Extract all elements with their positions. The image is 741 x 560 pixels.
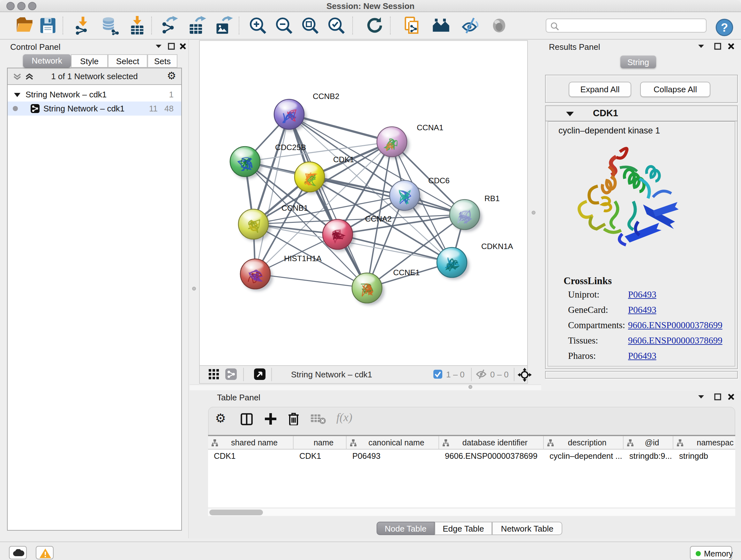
export-table-icon[interactable] (188, 16, 207, 35)
warning-button[interactable] (36, 546, 54, 559)
help-icon[interactable]: ? (715, 18, 734, 37)
cell: stringdb:9... (623, 449, 673, 462)
network-home-icon[interactable] (431, 16, 451, 35)
hide-selected-icon[interactable] (460, 16, 479, 35)
column-header-namespac[interactable]: namespac (673, 436, 735, 449)
cloud-icon (13, 549, 24, 557)
crosslink-value-link[interactable]: P06493 (628, 289, 657, 300)
tab-node-table[interactable]: Node Table (377, 522, 434, 535)
column-header-name[interactable]: name (293, 436, 347, 449)
export-network-icon[interactable] (160, 16, 179, 35)
import-table-icon[interactable] (128, 16, 147, 35)
cell: CDK1 (293, 449, 347, 462)
column-label: database identifier (439, 438, 543, 447)
results-panel-float-icon[interactable] (714, 43, 721, 50)
zoom-fit-icon[interactable] (300, 16, 320, 35)
table-delete-icon[interactable] (288, 412, 299, 425)
table-scrollbar-thumb[interactable] (209, 509, 263, 515)
show-all-icon[interactable] (489, 16, 509, 35)
open-session-icon[interactable] (15, 16, 34, 35)
crosslink-value-link[interactable]: P06493 (628, 305, 657, 315)
table-function-icon[interactable]: f(x) (336, 411, 352, 424)
tree-expander-icon[interactable] (14, 92, 20, 98)
cell: P06493 (347, 449, 439, 462)
node-CDK1[interactable] (294, 162, 327, 194)
tab-network[interactable]: Network (23, 54, 71, 68)
column-header-description[interactable]: description (544, 436, 623, 449)
export-image-icon[interactable] (214, 16, 233, 35)
node-HIST1H1A[interactable] (240, 259, 273, 291)
results-tab-string[interactable]: String (620, 56, 656, 68)
network-view-toolbar: String Network – cdk1 1 – 0 0 – 0 (199, 366, 528, 384)
protein-collapse-icon[interactable] (566, 111, 574, 117)
network-view-icon[interactable] (225, 368, 237, 380)
control-panel-menu-icon[interactable] (155, 43, 162, 49)
tab-edge-table[interactable]: Edge Table (434, 522, 492, 535)
table-panel-menu-icon[interactable] (697, 393, 704, 400)
cloud-button[interactable] (9, 546, 27, 559)
zoom-selected-icon[interactable] (327, 16, 346, 35)
table-gear-icon[interactable]: ⚙ (215, 411, 226, 425)
zoom-out-icon[interactable] (274, 16, 293, 35)
column-header-shared-name[interactable]: shared name (208, 436, 293, 449)
selected-checkbox-icon[interactable] (433, 370, 442, 379)
edge-CCNB2-HIST1H1A[interactable] (255, 114, 289, 274)
search-input[interactable] (562, 20, 702, 31)
crosslink-value-link[interactable]: P06493 (628, 351, 657, 361)
memory-button[interactable]: Memory (690, 546, 732, 560)
node-CDC6[interactable] (390, 180, 422, 212)
node-CCNB2[interactable] (274, 99, 307, 132)
protein-result-header[interactable]: CDK1 (546, 106, 737, 121)
table-delete-column-icon[interactable] (311, 414, 326, 425)
results-buttons-box: Expand All Collapse All (545, 75, 738, 103)
tab-network-table[interactable]: Network Table (492, 522, 562, 535)
copy-style-icon[interactable] (403, 16, 422, 35)
node-CDKN1A[interactable] (437, 247, 469, 280)
table-panel-float-icon[interactable] (714, 393, 721, 400)
column-header-@id[interactable]: @id (623, 436, 673, 449)
tab-style[interactable]: Style (71, 54, 108, 68)
expand-all-button[interactable]: Expand All (569, 82, 631, 97)
detach-view-icon[interactable] (254, 368, 266, 380)
save-session-icon[interactable] (38, 16, 57, 35)
column-label: description (544, 438, 623, 447)
node-CDC25B[interactable] (230, 146, 263, 179)
protein-result-content: cyclin–dependent kinase 1 (548, 121, 735, 367)
crosslink-value-link[interactable]: 9606.ENSP00000378699 (628, 335, 723, 346)
node-label-CDKN1A: CDKN1A (481, 242, 513, 251)
node-CCNA1[interactable] (377, 127, 409, 159)
table-horizontal-scrollbar[interactable] (208, 508, 735, 516)
search-box[interactable] (546, 18, 706, 33)
results-panel-close-icon[interactable] (728, 43, 735, 50)
network-canvas[interactable]: CCNB2CCNA1CDC25BCDK1CDC6RB1CCNB1CCNA2CDK… (199, 40, 528, 366)
collapse-all-button[interactable]: Collapse All (640, 82, 711, 97)
horizontal-splitter-handle[interactable] (468, 385, 472, 389)
table-add-icon[interactable] (264, 413, 277, 425)
node-RB1[interactable] (450, 199, 482, 232)
crosslink-value-link[interactable]: 9606.ENSP00000378699 (628, 320, 723, 330)
column-header-database-identifier[interactable]: database identifier (439, 436, 544, 449)
left-splitter-handle[interactable] (192, 287, 196, 291)
node-table: shared namenamecanonical namedatabase id… (208, 435, 735, 516)
cell: 9606.ENSP00000378699 (439, 449, 544, 462)
network-selection-bar: 1 of 1 Network selected ⚙ (8, 68, 181, 85)
network-options-gear-icon[interactable]: ⚙ (167, 70, 176, 82)
import-network-icon[interactable] (73, 16, 92, 35)
results-panel-title: Results Panel (549, 42, 600, 52)
table-columns-icon[interactable] (241, 413, 253, 425)
column-header-canonical-name[interactable]: canonical name (347, 436, 439, 449)
zoom-in-icon[interactable] (248, 16, 267, 35)
birdseye-toggle-icon[interactable] (518, 368, 532, 382)
import-database-icon[interactable] (100, 16, 119, 35)
tab-sets[interactable]: Sets (147, 54, 178, 68)
control-panel-float-icon[interactable] (168, 43, 175, 50)
refresh-icon[interactable] (364, 16, 384, 35)
right-splitter-handle[interactable] (532, 211, 536, 214)
network-tree-root-row[interactable]: String Network – cdk1 1 (8, 87, 181, 102)
tab-select[interactable]: Select (108, 54, 147, 68)
network-tree-row-selected[interactable]: String Network – cdk1 11 48 (8, 102, 181, 116)
results-panel-menu-icon[interactable] (697, 43, 704, 49)
table-panel-close-icon[interactable] (728, 393, 735, 400)
grid-view-icon[interactable] (209, 369, 219, 380)
control-panel-close-icon[interactable] (179, 43, 186, 50)
